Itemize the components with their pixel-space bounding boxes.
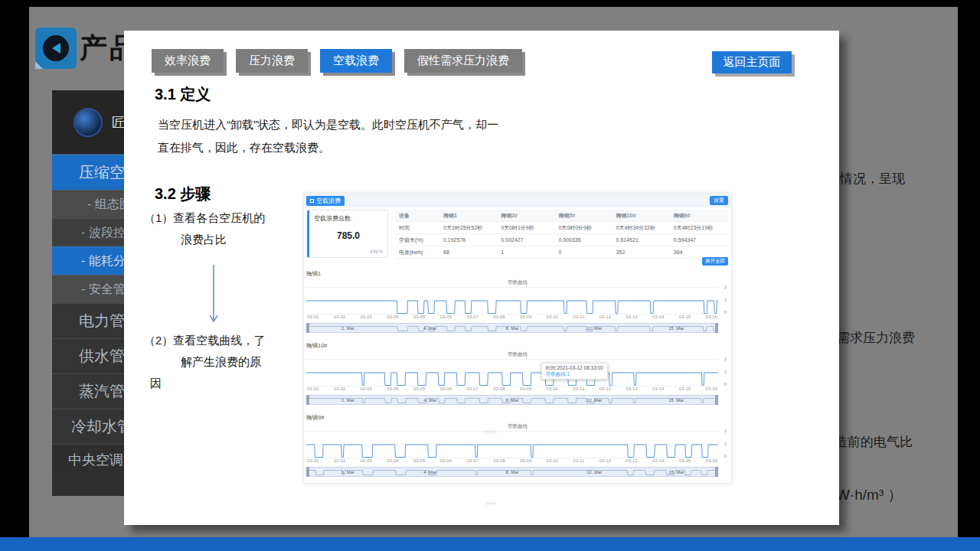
down-arrow-icon	[208, 265, 219, 328]
legend-line-icon	[485, 503, 496, 504]
x-axis-label: 03-16	[706, 386, 717, 393]
slider-handle-right[interactable]	[715, 395, 718, 405]
table-cell: 0天4时34分22秒	[613, 222, 671, 233]
table-cell: 1	[498, 246, 555, 258]
x-axis-label: 03-02	[334, 315, 345, 321]
datazoom-slider[interactable]: 1. Mar4. Mar8. Mar12. Mar15. Mar	[306, 395, 718, 405]
chart-plot-area: 210	[306, 287, 718, 315]
panel-icon	[310, 199, 314, 203]
tab-4[interactable]: 假性需求压力浪费	[404, 49, 522, 73]
expand-all-button[interactable]: 展开全部	[702, 257, 728, 266]
slider-handle-left[interactable]	[306, 395, 309, 405]
table-cell: 空载率(%)	[396, 234, 440, 246]
table-header-cell: 设备	[396, 210, 440, 221]
x-axis-label: 03-14	[652, 458, 664, 465]
y-axis-label: 1	[724, 298, 727, 302]
dashboard-title-text: 空载浪费	[316, 197, 341, 205]
step2-line3: 因	[150, 377, 162, 391]
table-cell: 时间	[396, 222, 440, 233]
x-axis-label: 03-01	[307, 315, 318, 321]
slider-date-label: 12. Mar	[586, 398, 602, 403]
x-axis-label: 03-13	[626, 315, 637, 321]
chart-block: 梅钢10#空载曲线210时间:2021-03-12 08:33:00空载曲线:1…	[306, 341, 729, 412]
x-axis-label: 03-04	[387, 458, 398, 465]
x-axis-label: 03-15	[679, 458, 691, 465]
x-axis-label: 03-10	[547, 386, 558, 393]
legend-item[interactable]: 空载曲线	[306, 350, 729, 359]
slider-date-label: 1. Mar	[341, 326, 354, 331]
table-cell: 0.192578	[440, 234, 498, 246]
chart-block: 梅钢1空载曲线21003-0103-0203-0303-0403-0503-06…	[306, 269, 729, 341]
datazoom-slider[interactable]: 1. Mar4. Mar8. Mar12. Mar15. Mar	[306, 467, 718, 477]
x-axis-label: 03-09	[520, 386, 531, 393]
table-cell: 电量(kwh)	[396, 246, 440, 258]
x-axis-label: 03-15	[679, 386, 691, 393]
settings-button[interactable]: 设置	[710, 196, 728, 205]
tab-2[interactable]: 压力浪费	[236, 49, 308, 73]
y-axis-label: 1	[724, 442, 727, 446]
step1-line2: 浪费占比	[181, 233, 227, 247]
chart-plot-area: 210	[306, 431, 718, 458]
x-axis-label: 03-16	[706, 315, 717, 321]
step2-line1: （2）查看空载曲线，了	[144, 334, 265, 348]
datazoom-slider[interactable]: 1. Mar4. Mar8. Mar12. Mar15. Mar	[306, 323, 718, 333]
tab-1[interactable]: 效率浪费	[152, 49, 224, 73]
table-row: 时间0天1时25分52秒0天0时1分9秒0天0时0分9秒0天4时34分22秒0天…	[396, 222, 728, 234]
x-axis-label: 03-10	[547, 315, 558, 321]
x-axis-label: 03-10	[547, 458, 558, 465]
summary-card-label: 空载浪费总数:	[314, 214, 352, 223]
slider-handle-right[interactable]	[715, 323, 718, 333]
tooltip-series-value: 空载曲线:1	[546, 371, 603, 377]
legend-label: 空载曲线	[508, 423, 528, 430]
dashboard-title-badge[interactable]: 空载浪费	[306, 196, 345, 206]
x-axis-label: 03-05	[413, 315, 425, 321]
x-axis-label: 03-09	[520, 315, 531, 321]
tab-3[interactable]: 空载浪费	[320, 49, 392, 73]
back-button[interactable]	[35, 28, 77, 69]
x-axis-label: 03-06	[440, 315, 452, 321]
dashboard-screenshot: 空载浪费 设置 空载浪费总数: 785.0 kW·h 设备梅钢1梅钢2#梅钢5#…	[303, 193, 732, 484]
x-axis-label: 03-01	[307, 458, 318, 465]
x-axis-label: 03-08	[493, 386, 505, 393]
legend-label: 空载曲线	[508, 351, 528, 358]
definition-text: 当空压机进入“卸载”状态，即认为是空载。此时空压机不产气，却一 直在排气，因此，…	[158, 113, 498, 159]
waste-detail-panel: 效率浪费压力浪费空载浪费假性需求压力浪费 返回主页面 3.1 定义 当空压机进入…	[124, 31, 839, 525]
dashboard-header	[304, 194, 731, 207]
background-text-fragment: W·h/m³ ）	[836, 485, 903, 505]
tooltip-time: 时间:2021-03-12 08:33:00	[546, 365, 603, 371]
slider-date-label: 12. Mar	[586, 470, 602, 474]
table-cell: 0天0时1分9秒	[498, 222, 555, 233]
x-axis-label: 03-04	[387, 315, 398, 321]
slider-date-label: 1. Mar	[341, 398, 354, 403]
slider-date-label: 4. Mar	[423, 398, 436, 403]
y-axis-label: 2	[724, 357, 727, 361]
slider-date-label: 4. Mar	[423, 470, 436, 474]
x-axis-label: 03-08	[493, 458, 505, 465]
x-axis-label: 03-12	[599, 315, 611, 321]
table-header-cell: 梅钢5#	[555, 210, 612, 221]
x-axis-label: 03-14	[652, 315, 664, 321]
screen-right-border	[958, 0, 980, 537]
chart-title: 梅钢1	[306, 269, 729, 279]
legend-item[interactable]: 空载曲线	[306, 422, 729, 431]
table-cell: 68	[440, 246, 498, 258]
slider-handle-left[interactable]	[306, 467, 309, 477]
y-axis-label: 1	[724, 370, 727, 374]
table-header-cell: 梅钢1	[440, 210, 498, 221]
app-logo-icon	[74, 108, 103, 137]
screen-left-border	[0, 0, 29, 537]
summary-card-value: 785.0	[309, 230, 387, 241]
return-home-button[interactable]: 返回主页面	[712, 51, 792, 73]
chart-block: 梅钢9#空载曲线21003-0103-0203-0303-0403-0503-0…	[306, 412, 729, 484]
summary-card: 空载浪费总数: 785.0 kW·h	[307, 210, 388, 258]
x-axis-label: 03-05	[413, 458, 425, 465]
legend-item[interactable]: 空载曲线	[306, 279, 729, 287]
legend-label: 空载曲线	[508, 279, 528, 286]
slider-handle-right[interactable]	[715, 467, 718, 477]
table-cell: 364	[671, 246, 728, 258]
summary-card-unit: kW·h	[371, 249, 383, 254]
slider-date-label: 8. Mar	[505, 398, 518, 403]
slider-handle-left[interactable]	[306, 323, 309, 333]
logo-fold-decoration	[35, 61, 43, 69]
table-header-cell: 梅钢10#	[613, 210, 671, 221]
